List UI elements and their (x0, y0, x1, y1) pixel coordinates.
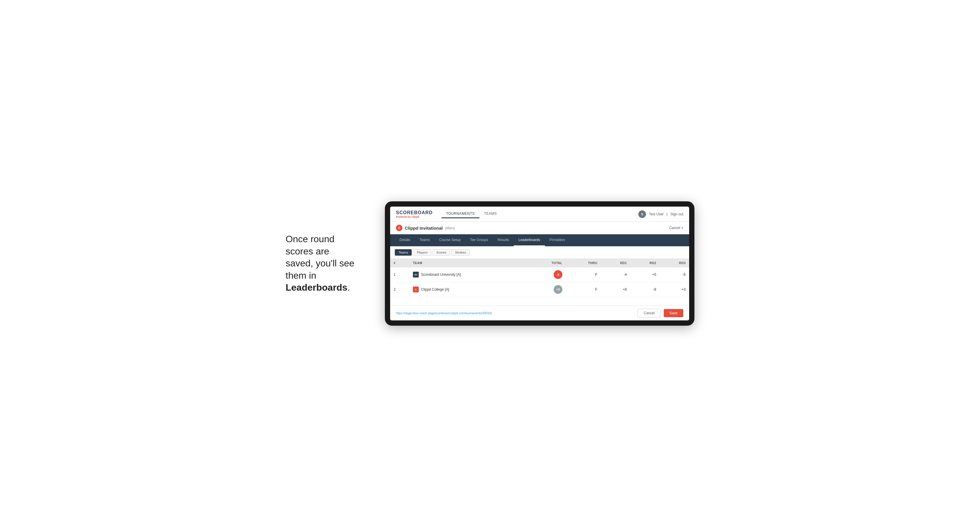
tab-printables[interactable]: Printables (545, 234, 570, 246)
leaderboard-content: # TEAM TOTAL THRU RD1 RD2 RD3 1 (390, 259, 689, 306)
team-2-name: Clippd College [A] (421, 287, 449, 292)
tablet-screen: SCOREBOARD Powered by clippd TOURNAMENTS… (390, 206, 689, 321)
col-rd2: RD2 (630, 259, 660, 267)
tab-details[interactable]: Details (395, 234, 415, 246)
tab-results[interactable]: Results (493, 234, 514, 246)
rank-2: 2 (390, 282, 409, 297)
header-right: S Test User | Sign out (638, 210, 683, 218)
rd2-2: -8 (630, 282, 660, 297)
tournament-icon: C (396, 225, 402, 231)
tournament-cancel-btn[interactable]: Cancel × (669, 226, 683, 230)
thru-2: F (566, 282, 601, 297)
team-2-logo: C (413, 287, 419, 292)
main-nav: TOURNAMENTS TEAMS (442, 210, 502, 218)
rd3-1: -6 (660, 267, 689, 282)
col-rank: # (390, 259, 409, 267)
sub-tabs: Teams Players Scores Strokes (390, 246, 689, 259)
logo-text: SCOREBOARD (396, 210, 433, 215)
cancel-button[interactable]: Cancel (638, 309, 660, 317)
tab-leaderboards[interactable]: Leaderboards (514, 234, 545, 246)
subtab-players[interactable]: Players (413, 249, 431, 256)
tournament-title: C Clippd Invitational (Men) (396, 225, 455, 231)
app-header: SCOREBOARD Powered by clippd TOURNAMENTS… (390, 206, 689, 222)
tournament-bar: C Clippd Invitational (Men) Cancel × (390, 222, 689, 234)
total-2: +3 (527, 282, 566, 297)
leaderboard-table: # TEAM TOTAL THRU RD1 RD2 RD3 1 (390, 259, 689, 297)
rd1-2: +8 (601, 282, 630, 297)
team-1-logo: SU (413, 271, 419, 278)
nav-tournaments[interactable]: TOURNAMENTS (442, 210, 479, 218)
user-avatar: S (638, 210, 646, 218)
tab-tee-groups[interactable]: Tee Groups (465, 234, 493, 246)
subtab-strokes[interactable]: Strokes (451, 249, 469, 256)
left-description: Once round scores are saved, you'll see … (286, 233, 368, 294)
team-1-name: Scoreboard University [A] (421, 273, 461, 277)
table-header-row: # TEAM TOTAL THRU RD1 RD2 RD3 (390, 259, 689, 267)
tournament-subtitle: (Men) (445, 226, 455, 230)
tab-teams[interactable]: Teams (415, 234, 434, 246)
tab-course-setup[interactable]: Course Setup (434, 234, 465, 246)
pipe-separator: | (667, 212, 668, 216)
subtab-scores[interactable]: Scores (433, 249, 450, 256)
app-footer: https://stage-blue-coach.stagescoreboard… (390, 306, 689, 321)
footer-url: https://stage-blue-coach.stagescoreboard… (396, 312, 635, 315)
total-1: -5 (527, 267, 566, 282)
tournament-name: Clippd Invitational (405, 225, 443, 230)
logo-area: SCOREBOARD Powered by clippd (396, 210, 433, 218)
rd1-1: -4 (601, 267, 630, 282)
rank-1: 1 (390, 267, 409, 282)
table-row: 1 SU Scoreboard University [A] -5 F (390, 267, 689, 282)
tab-navigation: Details Teams Course Setup Tee Groups Re… (390, 234, 689, 246)
col-team: TEAM (409, 259, 527, 267)
col-rd1: RD1 (601, 259, 630, 267)
subtab-teams[interactable]: Teams (395, 249, 412, 256)
user-name: Test User (649, 212, 664, 216)
logo-sub: Powered by clippd (396, 215, 433, 218)
table-row: 2 C Clippd College [A] +3 F (390, 282, 689, 297)
score-badge-1: -5 (554, 270, 562, 279)
sign-out-link[interactable]: Sign out (670, 212, 683, 216)
col-rd3: RD3 (660, 259, 689, 267)
team-1: SU Scoreboard University [A] (409, 267, 527, 282)
col-thru: THRU (566, 259, 601, 267)
rd2-1: +5 (630, 267, 660, 282)
tablet-device: SCOREBOARD Powered by clippd TOURNAMENTS… (385, 202, 694, 325)
rd3-2: +3 (660, 282, 689, 297)
save-button[interactable]: Save (664, 309, 683, 317)
col-total: TOTAL (527, 259, 566, 267)
score-badge-2: +3 (554, 285, 562, 294)
nav-teams[interactable]: TEAMS (479, 210, 502, 218)
team-2: C Clippd College [A] (409, 282, 527, 297)
thru-1: F (566, 267, 601, 282)
